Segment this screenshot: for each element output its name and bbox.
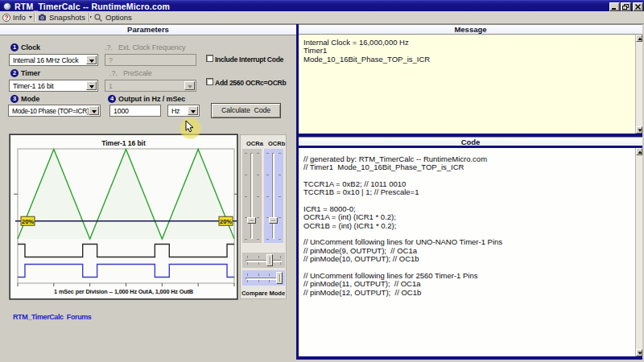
arrow-up-icon — [638, 36, 642, 42]
ext-clock-label: .?. Ext. Clock Frequency — [105, 43, 185, 51]
restore-icon — [621, 3, 630, 10]
include-interrupt-checkbox[interactable] — [206, 55, 213, 62]
menu-snapshots-label: Snapshots — [49, 13, 85, 22]
slider-tick — [280, 262, 281, 265]
step1-badge: 1 — [10, 43, 19, 51]
menu-options-label: Options — [105, 13, 132, 22]
slider-tick — [247, 280, 248, 282]
menu-info[interactable]: ? Info — [2, 11, 32, 23]
output-unit-arrow[interactable] — [188, 106, 198, 115]
slider-groove — [250, 153, 253, 239]
message-panel: Internal Clock = 16,000,000 Hz Timer1 Mo… — [299, 35, 642, 134]
ocra-slider[interactable] — [242, 149, 262, 243]
slider-tick — [258, 280, 259, 282]
slider-tick — [257, 196, 259, 197]
timer-select-arrow[interactable] — [86, 81, 97, 90]
slider-tick — [280, 256, 281, 258]
ocrb-slider[interactable] — [264, 149, 283, 243]
mode-select-arrow[interactable] — [89, 106, 99, 115]
menu-separator — [89, 13, 90, 22]
arrow-down-icon — [638, 351, 642, 356]
prescale-select: 1 — [105, 80, 196, 92]
add2560-checkbox[interactable] — [206, 78, 213, 85]
close-button[interactable] — [633, 2, 643, 11]
slider-tick — [266, 239, 269, 240]
ocra-label: OCRa — [246, 140, 263, 147]
menu-snapshots[interactable]: Snapshots — [38, 11, 92, 23]
menu-info-label: Info — [13, 13, 26, 22]
compare-mode-label: Compare Mode — [241, 290, 286, 297]
menu-separator — [34, 13, 35, 22]
add2560-label: Add 2560 OCRc=OCRb — [215, 79, 286, 87]
slider-thumb[interactable] — [269, 217, 278, 224]
restore-button[interactable] — [621, 2, 631, 11]
timer-select-value: Timer-1 16 bit — [13, 82, 53, 90]
scroll-down-button[interactable] — [636, 349, 642, 356]
slider-tick — [257, 217, 259, 218]
code-header: Code — [299, 137, 642, 147]
slider-groove — [272, 153, 275, 239]
slider-groove — [246, 260, 282, 262]
slider-tick — [279, 217, 281, 218]
menu-options[interactable]: Options — [93, 11, 132, 23]
slider-thumb[interactable] — [266, 254, 273, 266]
slider-tick — [269, 280, 270, 282]
ext-clock-value: ? — [109, 56, 113, 64]
slider-tick — [247, 256, 248, 258]
message-scrollbar[interactable] — [635, 35, 642, 134]
ocrb-label: OCRb — [268, 140, 285, 147]
output-value: 1000 — [114, 107, 129, 115]
timer-label: Timer — [21, 69, 40, 77]
clock-select[interactable]: Internal 16 MHz Clock — [9, 54, 98, 66]
prescale-select-arrow — [184, 81, 195, 90]
slider-tick — [247, 262, 248, 265]
timer-select[interactable]: Timer-1 16 bit — [9, 80, 98, 92]
output-label: Output in Hz / mSec — [118, 95, 185, 103]
scroll-down-button[interactable] — [636, 126, 642, 134]
output-unit-value: Hz — [171, 107, 180, 115]
code-panel: // generated by: RTM_TimerCalc -- Runtim… — [299, 148, 642, 356]
prescale-label: .?. PreScale — [109, 69, 152, 77]
output-unit-select[interactable]: Hz — [167, 105, 200, 117]
message-header: Message — [299, 24, 642, 35]
slider-tick — [245, 153, 247, 154]
svg-text:20%: 20% — [220, 218, 232, 225]
svg-text:Timer-1 16 bit: Timer-1 16 bit — [101, 139, 146, 147]
slider-thumb[interactable] — [276, 272, 283, 284]
calculate-code-button[interactable]: Calculate Code — [211, 103, 281, 118]
compare-sliders-panel: OCRa OCRb Compare Mode — [240, 134, 287, 299]
step3-badge: 3 — [10, 95, 19, 103]
right-panel-frame: Message Internal Clock = 16,000,000 Hz T… — [296, 24, 642, 360]
code-text: // generated by: RTM_TimerCalc -- Runtim… — [303, 155, 502, 297]
minimize-icon — [610, 3, 619, 10]
parameters-header: Parameters — [0, 24, 296, 35]
window-title: RTM_TimerCalc -- RuntimeMicro.com — [14, 2, 170, 11]
slider-tick — [245, 175, 247, 175]
app-icon — [3, 2, 11, 10]
mode-select[interactable]: Mode-10 Phase (TOP=ICR) — [8, 105, 101, 117]
scroll-up-button[interactable] — [636, 35, 642, 42]
title-bar: RTM_TimerCalc -- RuntimeMicro.com — [0, 0, 644, 11]
slider-tick — [257, 239, 259, 240]
output-value-input[interactable]: 1000 — [109, 105, 161, 117]
forums-link[interactable]: RTM_TimerCalc Forums — [13, 313, 91, 321]
slider-tick — [257, 153, 259, 154]
svg-text:20%: 20% — [22, 218, 34, 225]
ext-clock-input[interactable]: ? — [105, 54, 196, 66]
compare-slider-a[interactable] — [242, 253, 285, 268]
menu-bar: ? Info Snapshots Options — [0, 11, 644, 24]
compare-slider-b[interactable] — [242, 270, 285, 286]
slider-tick — [257, 175, 259, 175]
slider-thumb[interactable] — [247, 217, 256, 224]
clock-select-arrow[interactable] — [86, 56, 97, 64]
waveform-chart: 20%20%Timer-1 16 bit1 mSec per Division … — [10, 134, 237, 299]
step4-badge: 4 — [108, 95, 116, 103]
minimize-button[interactable] — [609, 2, 620, 11]
mode-select-value: Mode-10 Phase (TOP=ICR) — [12, 107, 89, 115]
scroll-up-button[interactable] — [636, 148, 642, 155]
clock-label: Clock — [21, 43, 40, 51]
code-scrollbar[interactable] — [635, 148, 642, 356]
slider-tick — [258, 262, 259, 265]
slider-tick — [266, 196, 269, 197]
arrow-up-icon — [638, 150, 642, 155]
